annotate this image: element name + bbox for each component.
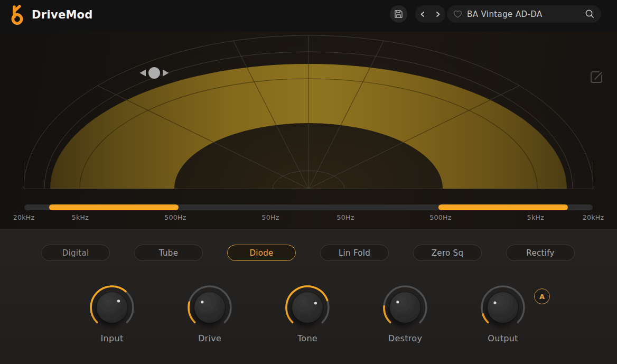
chevron-left-icon bbox=[419, 11, 426, 18]
spectrum-display: 20kHz 5kHz 500Hz 50Hz 50Hz 500Hz 5kHz 20… bbox=[0, 32, 617, 228]
polar-grid bbox=[0, 32, 617, 228]
preset-nav bbox=[415, 5, 445, 23]
mode-button-digital[interactable]: Digital bbox=[41, 245, 110, 261]
mode-button-lin-fold[interactable]: Lin Fold bbox=[320, 245, 389, 261]
drive-knob[interactable] bbox=[181, 278, 239, 337]
freq-tick: 500Hz bbox=[157, 213, 194, 221]
output-knob[interactable] bbox=[474, 278, 532, 337]
spectrum-scene bbox=[0, 32, 617, 228]
edit-button[interactable] bbox=[591, 72, 602, 82]
freq-tick: 50Hz bbox=[252, 213, 289, 221]
ab-compare-toggle[interactable]: A bbox=[534, 288, 550, 304]
top-bar: DriveMod BA Vintage AD-DA bbox=[0, 0, 617, 32]
control-panel: Digital Tube Diode Lin Fold Zero Sq Rect… bbox=[0, 228, 617, 364]
next-preset-button[interactable] bbox=[433, 9, 443, 20]
tone-knob[interactable] bbox=[278, 278, 336, 337]
app-logo: DriveMod bbox=[8, 4, 93, 25]
freq-tick: 20kHz bbox=[575, 213, 612, 221]
mode-button-rectify[interactable]: Rectify bbox=[506, 245, 575, 261]
save-icon bbox=[394, 10, 403, 18]
heart-icon[interactable] bbox=[453, 10, 462, 18]
knob-label: Drive bbox=[178, 333, 241, 343]
mode-button-zero-sq[interactable]: Zero Sq bbox=[413, 245, 482, 261]
logo-glyph-icon bbox=[8, 4, 26, 25]
preset-name: BA Vintage AD-DA bbox=[467, 10, 585, 19]
app-title: DriveMod bbox=[32, 8, 93, 21]
frequency-band-left[interactable] bbox=[49, 204, 179, 210]
mode-button-diode[interactable]: Diode bbox=[227, 245, 296, 261]
freq-tick: 500Hz bbox=[422, 213, 459, 221]
search-icon[interactable] bbox=[585, 9, 595, 19]
frequency-band-right[interactable] bbox=[438, 204, 568, 210]
preset-browser[interactable]: BA Vintage AD-DA bbox=[447, 5, 601, 23]
freq-tick: 5kHz bbox=[517, 213, 554, 221]
frequency-range-slider[interactable] bbox=[24, 204, 593, 210]
chevron-right-icon bbox=[434, 11, 442, 18]
state-dot-icon[interactable] bbox=[148, 67, 160, 79]
knob-label: Tone bbox=[276, 333, 339, 343]
knob-label: Output bbox=[471, 333, 535, 343]
knob-label: Destroy bbox=[373, 333, 437, 343]
freq-tick: 20kHz bbox=[5, 213, 42, 221]
knob-label: Input bbox=[80, 333, 144, 343]
previous-preset-button[interactable] bbox=[417, 9, 428, 20]
mode-button-tube[interactable]: Tube bbox=[134, 245, 203, 261]
destroy-knob[interactable] bbox=[376, 278, 434, 337]
save-preset-button[interactable] bbox=[390, 5, 407, 23]
pencil-icon bbox=[595, 72, 602, 79]
input-knob[interactable] bbox=[83, 278, 141, 337]
freq-tick: 5kHz bbox=[62, 213, 99, 221]
freq-tick: 50Hz bbox=[327, 213, 364, 221]
